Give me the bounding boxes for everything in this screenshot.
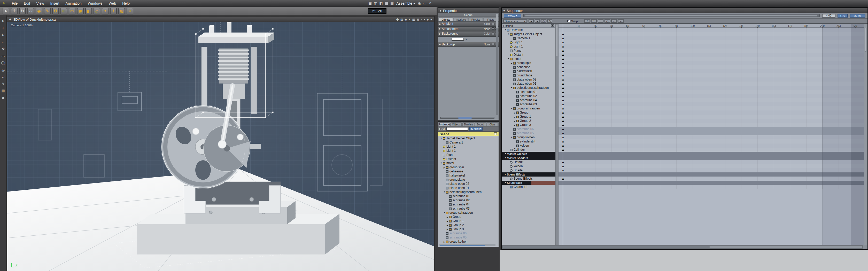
viewport-display-icon[interactable]: ⊞ [400, 17, 403, 21]
tree-row[interactable]: Plane [438, 153, 499, 157]
section-toggle-button[interactable] [492, 28, 494, 30]
timeline-vertical-scrollbar[interactable] [864, 24, 867, 245]
sequencer-tree-row[interactable]: schraube 04 [502, 98, 555, 102]
filtering-row[interactable]: Filtering ▾ [502, 24, 555, 28]
stepper-up-icon[interactable]: ▴ [388, 8, 389, 11]
window-control-icon[interactable]: ▭ [423, 1, 426, 5]
timeline-track-row[interactable]: ▲ [559, 110, 864, 114]
instance-tab[interactable]: Sound [474, 122, 486, 126]
expander-icon[interactable]: ▼ [504, 173, 507, 175]
animation-end-marker[interactable] [822, 24, 823, 245]
tree-row[interactable]: ▶ Group 2 [438, 223, 499, 227]
timeline-track-row[interactable]: ▲ [559, 176, 864, 181]
expander-icon[interactable]: ▶ [513, 120, 516, 122]
sequencer-nav-button[interactable]: ◎ [541, 19, 546, 23]
properties-tab[interactable]: Effects [439, 18, 453, 21]
menu-item[interactable]: Web [106, 0, 119, 7]
expander-icon[interactable]: ▼ [507, 33, 510, 35]
timeline-zoom-scrollbar[interactable] [523, 14, 820, 17]
visibility-toggle[interactable] [494, 132, 497, 135]
scene-root-row[interactable]: Scene [438, 132, 499, 136]
expander-icon[interactable]: ▶ [510, 62, 513, 64]
timeline-track-row[interactable]: ▲ [559, 139, 864, 143]
timeline-track-row[interactable]: ▲ [559, 53, 864, 57]
properties-horizontal-scrollbar[interactable] [440, 117, 494, 119]
timeline-track-row[interactable]: ▲ [559, 164, 864, 168]
sequencer-tree-row[interactable]: ▼ Master Shaders [502, 156, 555, 160]
viewport-display-icon[interactable]: ▦ [412, 17, 415, 21]
sequencer-tree-row[interactable]: ▶ Group 2 [502, 119, 555, 123]
chevron-down-icon[interactable]: ▾ [466, 38, 467, 41]
timeline-track-row[interactable]: ▲ [559, 73, 864, 77]
menu-item[interactable]: Insert [47, 0, 63, 7]
timeline-track-row[interactable]: ▲ [559, 77, 864, 81]
tree-row[interactable]: Light 1 [438, 149, 499, 153]
timeline-track-row[interactable]: ▲ [559, 127, 864, 131]
sequencer-tree-row[interactable]: ▼ Master Objects [502, 152, 555, 156]
side-tool-icon[interactable]: ✛ [2, 26, 5, 30]
sequencer-tree-row[interactable]: kolben [502, 143, 555, 148]
expander-icon[interactable]: ▶ [446, 228, 449, 231]
expander-icon[interactable]: ▼ [510, 107, 513, 109]
toolbar-tool-icon[interactable]: ↻ [19, 7, 26, 14]
expander-icon[interactable]: ▶ [443, 240, 446, 243]
sequencer-tree-row[interactable]: kolben [502, 164, 555, 168]
menu-item[interactable]: Edit [21, 0, 33, 7]
toolbar-tool-icon[interactable]: ◉ [36, 7, 42, 14]
timeline-track-row[interactable]: ▲ [559, 69, 864, 73]
tweener-button[interactable]: ◇ [604, 19, 610, 23]
tree-row[interactable]: haltewinkel [438, 173, 499, 177]
timeline-track-row[interactable]: ▲ [559, 152, 864, 156]
sequencer-tree-row[interactable]: Cylinder [502, 148, 555, 152]
timeline-track-row[interactable]: ▲ [559, 32, 864, 36]
snap-checkbox[interactable]: ✓ [567, 20, 570, 23]
tree-row[interactable]: gehaeuse [438, 169, 499, 173]
sequencer-timeline[interactable]: 13 25 38 50 63 75 88 100 [559, 24, 864, 245]
viewport-display-icon[interactable]: ▩ [417, 17, 420, 21]
sequencer-tree-row[interactable]: Default [502, 160, 555, 164]
property-section-value[interactable]: None [484, 27, 490, 30]
timeline-track-row[interactable]: ▲ [559, 119, 864, 123]
sequencer-tree-row[interactable]: schraube 01 [502, 90, 555, 94]
expander-icon[interactable]: ▼ [504, 29, 507, 31]
tree-row[interactable]: Light 1 [438, 144, 499, 149]
property-section-value[interactable]: None [484, 43, 490, 46]
chevron-down-icon[interactable]: ▾ [551, 24, 554, 27]
side-tool-icon[interactable]: ⊕ [2, 75, 5, 78]
timeline-track-row[interactable]: ▲ [559, 94, 864, 98]
toolbar-tool-icon[interactable]: ▩ [118, 7, 125, 14]
expander-icon[interactable]: ▼ [443, 191, 446, 193]
timeline-track-row[interactable]: ▲ [559, 172, 864, 176]
tree-row[interactable]: schraube 02 [438, 198, 499, 202]
sequencer-tree-row[interactable]: gehaeuse [502, 65, 555, 69]
viewport-canvas[interactable] [7, 22, 434, 271]
property-section-row[interactable]: ▶ Ambient Basic [438, 22, 499, 27]
timeline-track-row[interactable]: ▲ [559, 156, 864, 160]
sequencer-tree-row[interactable]: ▼ befestigungsschrauben [502, 86, 555, 90]
timeline-track-row[interactable]: ▲ [559, 114, 864, 119]
tweener-button[interactable]: ~ [598, 19, 603, 23]
sequencer-nav-button[interactable]: ⊙ [547, 19, 552, 23]
tree-row[interactable]: Camera 1 [438, 140, 499, 144]
sequencer-tree-row[interactable]: ▼ Universe [502, 28, 555, 32]
sequencer-tree-row[interactable]: ▶ Group 1 [502, 114, 555, 119]
background-color-swatch[interactable] [452, 38, 464, 41]
tree-row[interactable]: ▶ Group 3 [438, 227, 499, 231]
timeline-track-row[interactable]: ▲ [559, 168, 864, 172]
fps-button[interactable]: FPS [838, 14, 848, 17]
section-toggle-button[interactable] [492, 43, 494, 46]
viewport-display-icon[interactable]: ▪ [424, 18, 425, 21]
instance-tab[interactable]: Shaders [463, 122, 474, 126]
sequencer-tree-scrollbar[interactable] [556, 24, 559, 245]
tree-row[interactable]: ▶ Group [438, 215, 499, 219]
properties-tab[interactable]: Interface [454, 18, 468, 21]
sequencer-tree-row[interactable]: Distant [502, 53, 555, 57]
side-tool-icon[interactable]: ▭ [1, 54, 5, 58]
expander-icon[interactable]: ▼ [443, 212, 446, 214]
timeline-track-row[interactable]: ▲ [559, 106, 864, 110]
sequencer-tree-row[interactable]: ▼ Scene Effects [502, 172, 555, 176]
side-tool-icon[interactable]: ◯ [1, 61, 5, 65]
timeline-track-row[interactable]: ▲ [559, 44, 864, 48]
instance-tab[interactable]: Instance [439, 122, 450, 126]
expander-icon[interactable]: ▶ [443, 166, 446, 169]
